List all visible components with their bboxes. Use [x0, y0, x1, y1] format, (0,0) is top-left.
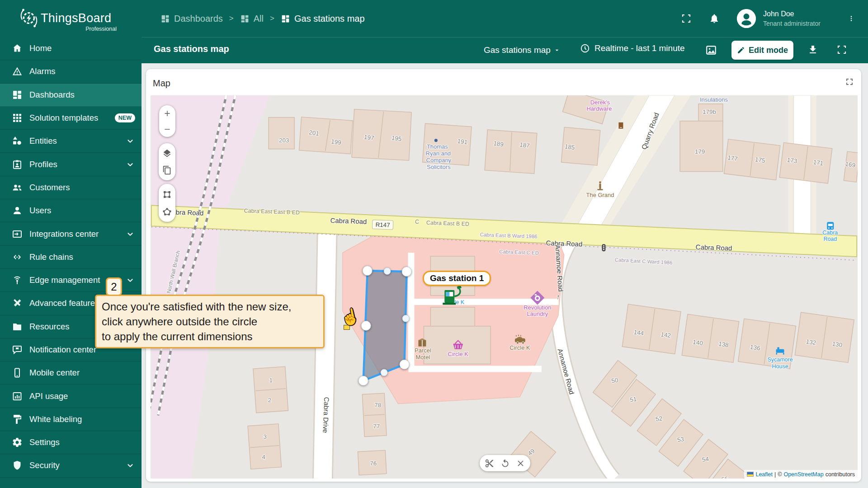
chevron-icon [125, 160, 135, 169]
marker-tooltip: Gas station 1 [423, 271, 491, 286]
sidebar-item-dashboards[interactable]: Dashboards [0, 84, 142, 107]
paint-icon [12, 414, 23, 425]
sidebar-item-entities[interactable]: Entities [0, 130, 142, 153]
map-label: 185 [564, 143, 575, 151]
download-icon[interactable] [807, 44, 818, 55]
map-canvas[interactable]: R147 203201199197195191189187185179b1791… [151, 95, 858, 479]
timewindow-button[interactable]: Realtime - last 1 minute [580, 43, 685, 53]
attribution-copyright: © [778, 471, 782, 478]
cut-icon[interactable] [485, 459, 494, 468]
sidebar-item-api-usage[interactable]: API usage [0, 385, 142, 408]
map-label: 78 [374, 402, 381, 408]
map-label: Cabra Road [546, 239, 582, 248]
clock-icon [580, 43, 590, 53]
user-role: Tenant administrator [763, 20, 831, 27]
midpoint-handle[interactable] [381, 369, 387, 376]
map-label: C [415, 219, 419, 225]
vertex-handle[interactable] [361, 321, 371, 330]
rules-icon [12, 252, 23, 263]
shape-edit-control [159, 184, 175, 222]
user-menu[interactable]: John Doe Tenant administrator [737, 9, 831, 28]
breadcrumb-separator: > [270, 14, 274, 23]
map-label: House [772, 363, 788, 370]
breadcrumb-item[interactable]: Gas stations map [281, 14, 365, 24]
vertex-handle[interactable] [363, 266, 372, 276]
breadcrumb-separator: > [229, 14, 234, 23]
zoom-out-button[interactable]: − [159, 122, 175, 136]
map-label: The Grand [586, 192, 614, 198]
ukraine-flag-icon [747, 472, 754, 477]
map-label: 130 [832, 340, 843, 348]
coach-line: to apply the current dimensions [102, 329, 318, 344]
sidebar-item-label: Users [29, 206, 51, 216]
expand-fullscreen-icon[interactable] [836, 44, 847, 55]
sidebar-item-label: Entities [29, 136, 57, 146]
midpoint-handle[interactable] [402, 315, 409, 322]
map-label: Parcel [415, 347, 431, 354]
sidebar-item-security[interactable]: Security [0, 454, 142, 477]
map-label: 187 [519, 141, 530, 149]
edit-mode-button[interactable]: Edit mode [731, 41, 793, 60]
undo-icon[interactable] [500, 459, 510, 468]
page-title: Gas stations map [154, 44, 229, 54]
door-icon [618, 122, 623, 129]
map-label: 54 [702, 455, 709, 463]
new-badge: NEW [115, 113, 135, 122]
sidebar-item-customers[interactable]: Customers [0, 176, 142, 199]
customers-icon [12, 182, 23, 193]
poi-dot-icon [434, 139, 438, 142]
sidebar-item-settings[interactable]: Settings [0, 431, 142, 454]
grid-icon [12, 113, 23, 123]
edit-polygon[interactable] [359, 266, 411, 385]
map-layers-icon[interactable] [162, 149, 172, 158]
map-type-icon[interactable] [162, 165, 172, 175]
edit-rectangle-icon[interactable] [162, 190, 172, 199]
chevron-icon [125, 136, 135, 146]
bus-stop-icon [827, 222, 834, 230]
map-label: 179 [695, 148, 705, 155]
zoom-in-button[interactable]: + [159, 107, 175, 120]
sidebar-item-profiles[interactable]: Profiles [0, 153, 142, 176]
close-icon[interactable] [516, 459, 525, 468]
coach-tooltip: Once you're satisfied with the new size,… [95, 295, 325, 348]
leaflet-link[interactable]: Leaflet [755, 471, 773, 478]
gear-icon [12, 437, 23, 448]
edit-polygon-icon[interactable] [162, 207, 172, 216]
map-label: Sycamore [767, 357, 793, 363]
map-label: 201 [308, 129, 319, 137]
map-label: 142 [660, 331, 671, 339]
sidebar-item-alarms[interactable]: Alarms [0, 60, 142, 83]
thingsboard-logo[interactable]: ThingsBoard Professional [19, 8, 132, 33]
breadcrumb-item[interactable]: All [240, 14, 264, 24]
chevron-icon [125, 460, 135, 470]
sidebar-item-integrations-center[interactable]: Integrations center [0, 222, 142, 245]
map-label: 4 [262, 454, 266, 460]
kebab-menu-icon[interactable] [848, 13, 854, 24]
coach-line: click anywhere outside the circle [102, 314, 318, 329]
sidebar-item-home[interactable]: Home [0, 37, 142, 60]
sidebar-item-rule-chains[interactable]: Rule chains [0, 246, 142, 269]
fullscreen-icon[interactable] [681, 13, 692, 24]
main-content: Map [142, 63, 868, 488]
dashboard-select[interactable]: Gas stations map [484, 45, 561, 55]
notifications-bell-icon[interactable] [709, 13, 720, 24]
sidebar-item-white-labeling[interactable]: White labeling [0, 408, 142, 431]
breadcrumb-label: All [254, 14, 264, 24]
sidebar-item-mobile-center[interactable]: Mobile center [0, 361, 142, 385]
map-label: Hardware [586, 105, 612, 112]
sidebar-item-solution-templates[interactable]: Solution templatesNEW [0, 107, 142, 130]
breadcrumb-item[interactable]: Dashboards [160, 14, 223, 24]
map-label: Cabra Drive [322, 397, 331, 433]
alarms-icon [12, 66, 23, 77]
osm-link[interactable]: OpenStreetMap [783, 471, 823, 478]
midpoint-handle[interactable] [384, 268, 391, 275]
map-label: 189 [493, 140, 504, 148]
image-snapshot-icon[interactable] [705, 44, 717, 56]
map-widget-card: Map [146, 69, 861, 482]
sidebar-item-users[interactable]: Users [0, 199, 142, 222]
vertex-handle[interactable] [402, 267, 411, 277]
vertex-handle[interactable] [400, 360, 409, 369]
map-label: Solicitors [427, 164, 451, 170]
vertex-handle[interactable] [359, 376, 368, 385]
widget-fullscreen-icon[interactable] [844, 76, 855, 87]
